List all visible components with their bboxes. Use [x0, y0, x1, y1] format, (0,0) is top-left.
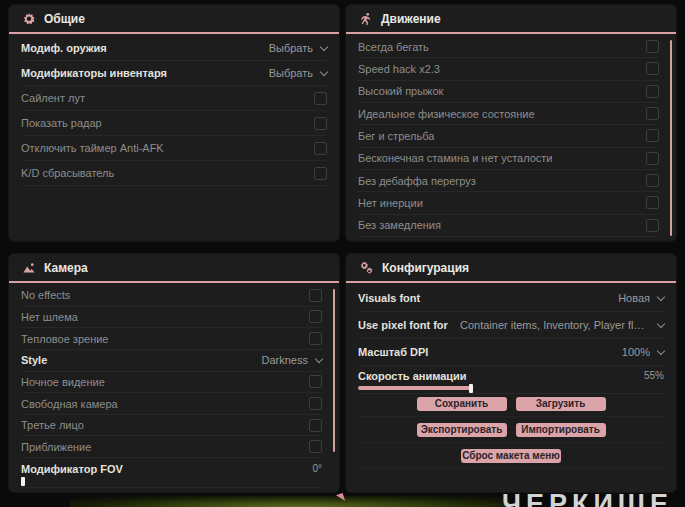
- runner-icon: [359, 12, 373, 26]
- dropdown[interactable]: Выбрать: [269, 42, 327, 54]
- panel-general: Общие Модиф. оружияВыбратьМодификаторы и…: [8, 4, 340, 242]
- dropdown-value: Новая: [618, 292, 650, 304]
- checkbox[interactable]: [314, 117, 327, 130]
- scrollbar[interactable]: [670, 40, 672, 236]
- setting-label: Показать радар: [21, 117, 102, 129]
- setting-label: Скорость анимации: [358, 370, 467, 382]
- chevron-down-icon: [320, 42, 328, 50]
- panel-camera: Камера No effectsНет шлемаТепловое зрени…: [8, 253, 340, 493]
- setting-label: No effects: [21, 289, 70, 301]
- button-row: Экспортировать Импортировать: [358, 417, 664, 443]
- checkbox[interactable]: [646, 62, 659, 75]
- dropdown-value: Выбрать: [269, 42, 313, 54]
- gear-icon: [22, 12, 36, 26]
- checkbox[interactable]: [314, 92, 327, 105]
- checkbox[interactable]: [646, 219, 659, 232]
- checkbox[interactable]: [309, 289, 322, 302]
- setting-label: Отключить таймер Anti-AFK: [21, 142, 164, 154]
- dropdown[interactable]: Новая: [618, 292, 664, 304]
- checkbox[interactable]: [646, 107, 659, 120]
- dropdown[interactable]: Выбрать: [269, 67, 327, 79]
- checkbox[interactable]: [646, 129, 659, 142]
- setting-label: Use pixel font for: [358, 319, 448, 331]
- dropdown-value: Darkness: [262, 354, 308, 366]
- setting-row: Модификатор FOV0°: [21, 458, 322, 488]
- panel-title: Конфигурация: [382, 261, 469, 275]
- setting-label: Без дебаффа перегруз: [358, 175, 476, 187]
- checkbox[interactable]: [309, 375, 322, 388]
- panel-title: Движение: [381, 12, 441, 26]
- setting-row: Use pixel font forContainer items, Inven…: [358, 312, 664, 339]
- setting-row: Модификаторы инвентаряВыбрать: [21, 61, 327, 86]
- setting-label: Приближение: [21, 441, 91, 453]
- dropdown-value: Выбрать: [269, 67, 313, 79]
- slider-handle[interactable]: [21, 477, 25, 486]
- scrollbar[interactable]: [333, 289, 335, 452]
- image-icon: [22, 261, 36, 275]
- settings-list-general: Модиф. оружияВыбратьМодификаторы инвента…: [21, 36, 327, 237]
- setting-row: Модиф. оружияВыбрать: [21, 36, 327, 61]
- setting-label: Style: [21, 354, 47, 366]
- checkbox[interactable]: [309, 397, 322, 410]
- slider[interactable]: [358, 385, 664, 390]
- setting-label: K/D сбрасыватель: [21, 167, 114, 179]
- setting-row: Идеальное физическое состояние: [358, 103, 659, 125]
- setting-row: Масштаб DPI100%: [358, 339, 664, 366]
- setting-label: Бег и стрельба: [358, 130, 434, 142]
- checkbox[interactable]: [314, 142, 327, 155]
- setting-row: Бесконечная стамина и нет усталости: [358, 148, 659, 170]
- setting-row: Отключить таймер Anti-AFK: [21, 136, 327, 161]
- setting-label: Нет инерции: [358, 197, 423, 209]
- panel-config-header: Конфигурация: [346, 254, 676, 283]
- checkbox[interactable]: [309, 419, 322, 432]
- panel-movement: Движение Всегда бегатьSpeed hack x2.3Выс…: [345, 4, 677, 242]
- dropdown[interactable]: 100%: [622, 346, 664, 358]
- checkbox[interactable]: [309, 332, 322, 345]
- setting-row: Тепловое зрение: [21, 328, 322, 350]
- setting-row: Приближение: [21, 436, 322, 458]
- setting-row: Третье лицо: [21, 415, 322, 437]
- load-button[interactable]: Загрузить: [516, 397, 606, 411]
- setting-row: Скорость анимации55%: [358, 366, 664, 394]
- checkbox[interactable]: [314, 167, 327, 180]
- checkbox[interactable]: [646, 196, 659, 209]
- setting-row: K/D сбрасыватель: [21, 161, 327, 186]
- checkbox[interactable]: [646, 40, 659, 53]
- setting-label: Третье лицо: [21, 419, 84, 431]
- setting-label: Модификаторы инвентаря: [21, 67, 167, 79]
- dropdown[interactable]: Darkness: [262, 354, 322, 366]
- checkbox[interactable]: [646, 85, 659, 98]
- setting-row: Ночное видение: [21, 372, 322, 394]
- screen: ЧЕРКИШЕ Общие Модиф. оружияВыбратьМодифи…: [0, 0, 685, 507]
- setting-row: Без дебаффа перегруз: [358, 170, 659, 192]
- checkbox[interactable]: [646, 174, 659, 187]
- setting-row: Показать радар: [21, 111, 327, 136]
- reset-menu-layout-button[interactable]: Сброс макета меню: [461, 449, 561, 463]
- config-buttons: Сохранить Загрузить Экспортировать Импор…: [358, 391, 664, 469]
- setting-row: StyleDarkness: [21, 350, 322, 372]
- setting-row: Свободная камера: [21, 393, 322, 415]
- setting-row: Без замедления: [358, 215, 659, 237]
- setting-label: Speed hack x2.3: [358, 63, 440, 75]
- setting-label: Visuals font: [358, 292, 420, 304]
- setting-row: Visuals fontНовая: [358, 285, 664, 312]
- setting-label: Без замедления: [358, 219, 441, 231]
- slider-label-row: Скорость анимации55%: [358, 370, 664, 382]
- dropdown[interactable]: Container items, Inventory, Player flags…: [460, 319, 664, 331]
- slider[interactable]: [21, 478, 322, 483]
- setting-row: Сайлент лут: [21, 86, 327, 111]
- setting-label: Бесконечная стамина и нет усталости: [358, 152, 553, 164]
- export-button[interactable]: Экспортировать: [417, 423, 507, 437]
- checkbox[interactable]: [646, 152, 659, 165]
- import-button[interactable]: Импортировать: [516, 423, 606, 437]
- save-button[interactable]: Сохранить: [417, 397, 507, 411]
- dropdown-value: 100%: [622, 346, 650, 358]
- settings-list-camera: No effectsНет шлемаТепловое зрениеStyleD…: [21, 285, 322, 488]
- gears-icon: [359, 261, 374, 275]
- checkbox[interactable]: [309, 310, 322, 323]
- setting-label: Ночное видение: [21, 376, 105, 388]
- game-scene-glow: [70, 496, 510, 507]
- setting-row: No effects: [21, 285, 322, 307]
- slider-fill: [358, 386, 471, 390]
- checkbox[interactable]: [309, 440, 322, 453]
